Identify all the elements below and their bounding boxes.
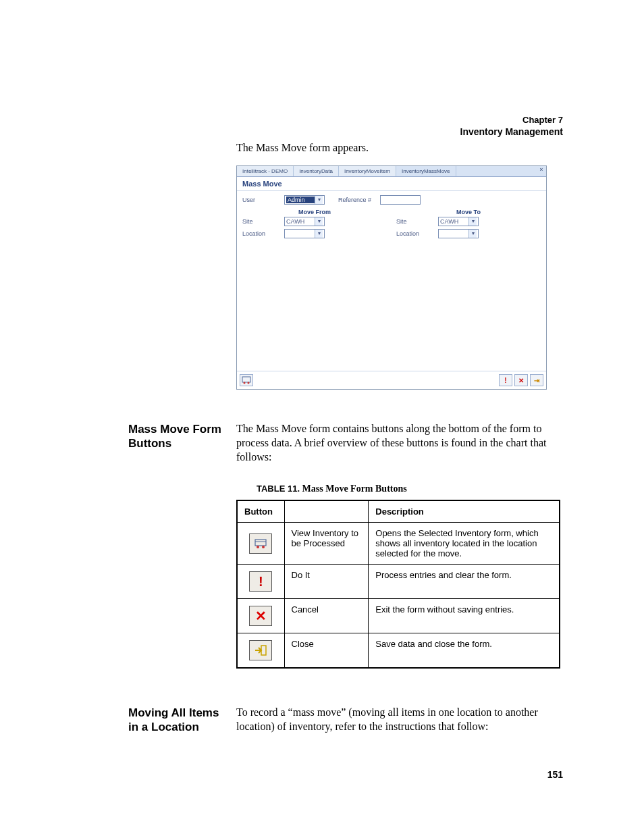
row3-desc: Save data and close the form. [369,633,560,669]
site-to-value: CAWH [440,218,468,225]
row3-name: Close [284,633,369,669]
cancel-button[interactable]: ✕ [514,374,528,386]
svg-point-6 [262,546,265,548]
tab-inventorydata[interactable]: InventoryData [294,166,339,176]
site-to-select[interactable]: CAWH ▾ [438,217,479,226]
chapter-label: Chapter 7 [460,115,563,125]
section2-heading: Moving All Items in a Location [128,706,223,735]
table-row: Close Save data and close the form. [237,633,560,669]
row1-name: Do It [284,565,369,599]
app-tabs: Intellitrack - DEMO InventoryData Invent… [237,166,546,177]
svg-point-5 [257,546,259,548]
row2-name: Cancel [284,599,369,633]
form-title: Mass Move [237,177,546,191]
col-description: Description [369,500,560,523]
row2-desc: Exit the form without saving entries. [369,599,560,633]
table-caption-label: TABLE 11. [257,484,300,494]
page-header: Chapter 7 Inventory Management [460,115,563,137]
table-row: ! Do It Process entries and clear the fo… [237,565,560,599]
col-button: Button [237,500,284,523]
location-from-select[interactable]: ▾ [284,229,325,238]
chevron-down-icon: ▾ [468,217,477,226]
tab-inventorymoveitem[interactable]: InventoryMoveItem [339,166,396,176]
close-button[interactable]: ⇥ [530,374,543,386]
site-from-value: CAWH [286,218,315,225]
chapter-title: Inventory Management [460,126,563,137]
cancel-icon: ✕ [249,606,272,626]
form-empty-area [242,241,541,369]
table-row: View Inventory to be Processed Opens the… [237,523,560,565]
chevron-down-icon: ▾ [315,230,323,238]
close-icon: ⇥ [534,377,539,384]
site-to-label: Site [396,218,438,225]
do-it-icon: ! [504,377,506,384]
form-buttons-table: Button Description View Inventory to be … [236,500,560,669]
tab-intellitrack[interactable]: Intellitrack - DEMO [237,166,294,176]
mass-move-screenshot: Intellitrack - DEMO InventoryData Invent… [236,165,547,390]
table-row: ✕ Cancel Exit the form without saving en… [237,599,560,633]
window-close-icon[interactable]: × [537,166,546,176]
svg-rect-3 [255,540,266,546]
section1-heading: Mass Move Form Buttons [128,422,223,451]
app-window: Intellitrack - DEMO InventoryData Invent… [236,165,547,390]
row1-desc: Process entries and clear the form. [369,565,560,599]
row0-desc: Opens the Selected Inventory form, which… [369,523,560,565]
user-value: Admin [286,197,315,203]
view-inventory-icon [249,533,272,554]
page: Chapter 7 Inventory Management The Mass … [0,0,644,834]
svg-point-1 [244,382,246,384]
section1-body: The Mass Move form contains buttons alon… [236,422,560,464]
user-select[interactable]: Admin ▾ [284,195,325,205]
view-inventory-icon [242,376,251,384]
chevron-down-icon: ▾ [315,217,323,226]
move-from-label: Move From [242,209,387,215]
view-inventory-button[interactable] [240,374,253,386]
cancel-icon: ✕ [518,377,524,384]
site-from-select[interactable]: CAWH ▾ [284,217,325,226]
form-footer: ! ✕ ⇥ [237,371,546,389]
user-label: User [242,197,284,203]
location-to-label: Location [396,230,438,237]
section2-body: To record a “mass move” (moving all item… [236,706,560,734]
location-to-select[interactable]: ▾ [438,229,479,238]
form-body: User Admin ▾ Reference # Move From Site [237,191,546,371]
col-name [284,500,369,523]
chevron-down-icon: ▾ [315,196,323,204]
close-icon [249,640,272,660]
table-caption: TABLE 11. Mass Move Form Buttons [257,484,407,494]
intro-text: The Mass Move form appears. [236,142,369,154]
chevron-down-icon: ▾ [468,230,477,238]
move-to-label: Move To [396,209,541,215]
location-from-label: Location [242,230,284,237]
site-from-label: Site [242,218,284,225]
page-number: 151 [547,769,563,780]
row0-name: View Inventory to be Processed [284,523,369,565]
do-it-icon: ! [249,571,272,592]
svg-rect-0 [242,377,250,382]
do-it-button[interactable]: ! [499,374,512,386]
svg-point-2 [248,382,250,384]
table-caption-text: Mass Move Form Buttons [302,484,407,494]
tab-inventorymassmove[interactable]: InventoryMassMove [396,166,456,176]
reference-label: Reference # [338,197,380,203]
reference-input[interactable] [380,195,421,205]
